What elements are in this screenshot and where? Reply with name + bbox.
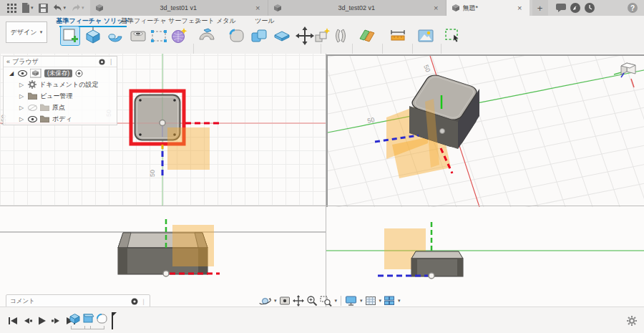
recent-clock-icon[interactable] — [582, 0, 597, 16]
origin-point[interactable] — [163, 271, 169, 276]
display-settings-icon[interactable] — [345, 295, 357, 307]
visibility-eye-icon[interactable] — [18, 70, 27, 77]
browser-item-origin[interactable]: ▷ 原点 — [4, 102, 117, 113]
document-tab-1[interactable]: 3d_test01 v1 × — [90, 0, 268, 16]
timeline-feature-box1-icon[interactable] — [69, 312, 81, 324]
ribbon-tab-surface[interactable]: 基準フィーチャ サーフェス — [135, 16, 187, 26]
browser-item-document-settings[interactable]: ▷ ドキュメントの設定 — [4, 79, 117, 90]
measure-icon[interactable] — [389, 26, 407, 45]
redo-caret[interactable]: ▾ — [82, 5, 84, 11]
combine-icon[interactable] — [250, 26, 268, 45]
feedback-icon[interactable] — [554, 0, 568, 16]
new-tab-button[interactable]: + — [532, 0, 548, 16]
timeline-feature-fillet-icon[interactable] — [96, 312, 108, 324]
visibility-eye-off-icon[interactable] — [28, 105, 37, 111]
sketch-pattern-icon[interactable] — [150, 26, 168, 45]
browser-item-view-management[interactable]: ▷ ビュー管理 — [4, 90, 117, 102]
hole-icon[interactable] — [129, 26, 147, 45]
viewport-divider-vertical[interactable] — [326, 54, 326, 307]
file-menu-icon[interactable]: ▾ — [21, 3, 34, 13]
tab-close-icon[interactable]: × — [432, 4, 439, 12]
help-icon[interactable]: ? — [625, 0, 640, 16]
play-icon[interactable] — [36, 314, 48, 327]
look-at-icon[interactable] — [279, 295, 291, 307]
document-cube-icon — [96, 4, 103, 11]
construct-plane-icon[interactable] — [358, 26, 376, 45]
ribbon-tab-solid[interactable]: 基準フィーチャ ソリッド — [59, 16, 127, 27]
insert-image-icon[interactable] — [416, 26, 435, 45]
display-settings-caret[interactable]: ▾ — [360, 298, 363, 304]
timeline-bar — [0, 307, 644, 333]
browser-root-row[interactable]: ◢ (未保存) — [4, 67, 117, 79]
document-tab-3-active[interactable]: 無題* × — [447, 0, 530, 16]
app-grid-icon[interactable] — [7, 4, 16, 13]
undo-caret[interactable]: ▾ — [64, 5, 67, 11]
viewports-layout-caret[interactable]: ▾ — [398, 298, 401, 304]
design-workspace-button[interactable]: デザイン ▾ — [6, 21, 47, 43]
select-icon[interactable] — [444, 26, 462, 45]
extrude-icon[interactable] — [84, 26, 102, 45]
viewport-top-view[interactable]: 50 50 150 « ブラウザ ❘ ◢ (未保存) — [0, 54, 326, 206]
create-form-icon[interactable] — [170, 26, 188, 45]
press-pull-icon[interactable] — [197, 26, 216, 45]
sketch-profile-orange[interactable] — [172, 225, 214, 266]
comment-options-icon[interactable] — [131, 298, 138, 305]
ribbon-tab-tools[interactable]: ツール — [254, 16, 275, 26]
origin-point[interactable] — [160, 120, 165, 126]
settings-gear-icon[interactable] — [627, 316, 637, 326]
timeline-feature-box2-icon[interactable] — [82, 312, 94, 324]
sketch-profile-orange[interactable] — [167, 127, 210, 170]
comment-bar-handle[interactable]: ❘ — [141, 298, 146, 305]
save-icon[interactable] — [39, 4, 48, 13]
visibility-eye-icon[interactable] — [28, 116, 37, 122]
viewport-3d-active[interactable]: 50 50 — [326, 54, 644, 208]
step-back-icon[interactable] — [21, 314, 34, 327]
redo-icon[interactable]: ▾ — [71, 4, 84, 12]
expand-arrow-icon[interactable]: ▷ — [18, 82, 25, 88]
timeline-playhead[interactable] — [109, 312, 117, 332]
zoom-window-caret[interactable]: ▾ — [335, 298, 338, 304]
grid-settings-caret[interactable]: ▾ — [379, 298, 382, 304]
document-tab-2[interactable]: 3d_test02 v1 × — [268, 0, 447, 16]
create-sketch-icon[interactable] — [61, 26, 79, 45]
panel-handle[interactable]: ❘ — [108, 58, 114, 65]
document-cube-icon — [274, 4, 281, 11]
ribbon-tab-sheetmetal[interactable]: シート メタル — [200, 16, 230, 26]
orbit-icon[interactable] — [259, 295, 271, 307]
joint-icon[interactable] — [333, 26, 348, 45]
viewport-side-view[interactable] — [326, 207, 644, 307]
expand-arrow-icon[interactable]: ▷ — [18, 105, 25, 111]
offset-face-icon[interactable] — [273, 26, 291, 45]
zoom-window-icon[interactable] — [320, 295, 332, 307]
file-menu-caret[interactable]: ▾ — [31, 5, 34, 11]
viewports-layout-icon[interactable] — [384, 295, 395, 307]
grid-settings-icon[interactable] — [365, 295, 376, 307]
display-dot-icon[interactable] — [99, 59, 105, 65]
activate-radio-icon[interactable] — [75, 69, 83, 77]
go-to-start-icon[interactable] — [7, 314, 19, 327]
fillet-icon[interactable] — [228, 26, 246, 45]
zoom-icon[interactable] — [306, 295, 318, 307]
tab-close-icon[interactable]: × — [254, 4, 261, 12]
new-component-icon[interactable] — [313, 26, 332, 45]
expand-arrow-icon[interactable]: ▷ — [18, 116, 25, 122]
origin-point[interactable] — [440, 129, 445, 134]
step-forward-icon[interactable] — [50, 314, 62, 327]
browser-item-bodies[interactable]: ▷ ボディ — [4, 113, 117, 125]
pan-icon[interactable] — [293, 295, 304, 307]
model-body-side[interactable] — [411, 251, 463, 276]
viewport-divider-horizontal[interactable] — [0, 206, 644, 206]
job-status-icon[interactable] — [568, 0, 582, 16]
browser-item-label: ドキュメントの設定 — [39, 80, 98, 90]
expand-arrow-icon[interactable]: ▷ — [18, 93, 25, 100]
expand-arrow-icon[interactable]: ◢ — [8, 70, 15, 77]
undo-icon[interactable]: ▾ — [53, 4, 67, 12]
collapse-panel-icon[interactable]: « — [6, 58, 9, 65]
orbit-caret[interactable]: ▾ — [274, 298, 277, 304]
viewport-front-view[interactable] — [0, 206, 326, 307]
origin-point[interactable] — [429, 273, 434, 279]
tab-close-icon[interactable]: × — [516, 4, 523, 12]
move-icon[interactable] — [296, 26, 314, 45]
revolve-icon[interactable] — [106, 26, 125, 45]
dimension-label: 50 — [149, 170, 156, 177]
